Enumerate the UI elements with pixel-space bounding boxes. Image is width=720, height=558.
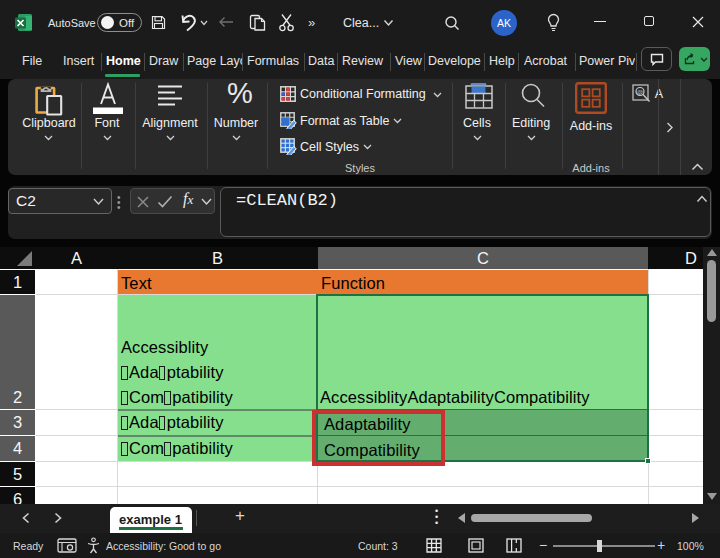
svg-text:@: @ (637, 89, 643, 95)
